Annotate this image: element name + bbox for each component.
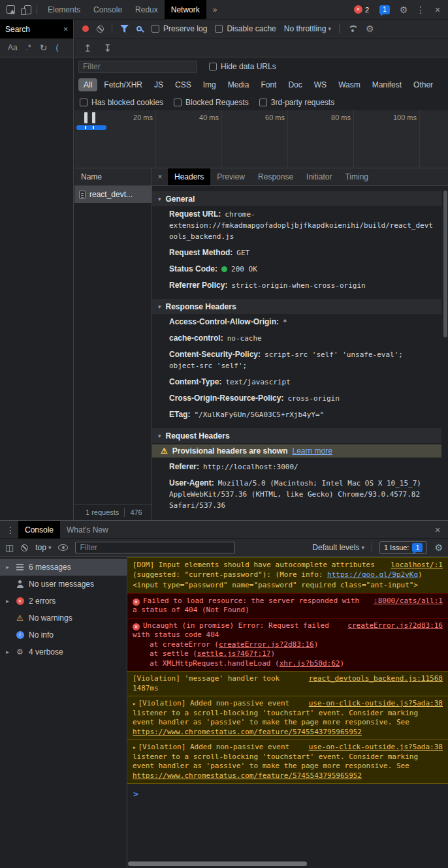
checkbox-icon[interactable] — [152, 25, 159, 33]
devtools-menu-button[interactable]: ⋮ — [413, 1, 428, 18]
console-message-violation-passive-1[interactable]: use-on-click-outside.js?5ada:38 ▸[Violat… — [127, 696, 448, 740]
filter-pill-other[interactable]: Other — [408, 78, 438, 91]
expand-triangle-icon[interactable]: ▸ — [4, 598, 11, 604]
console-filter-input[interactable] — [75, 542, 235, 553]
network-overview-timeline[interactable]: 20 ms 40 ms 60 ms 80 ms 100 ms — [74, 110, 448, 168]
settings-button[interactable]: ⚙ — [396, 1, 411, 18]
refresh-icon[interactable]: ↻ — [40, 43, 48, 52]
close-devtools-button[interactable]: × — [430, 1, 445, 18]
live-expression-eye-icon[interactable] — [58, 544, 68, 551]
tab-initiator[interactable]: Initiator — [300, 168, 338, 185]
filter-pill-fetch-xhr[interactable]: Fetch/XHR — [99, 78, 148, 91]
drawer-tab-console[interactable]: Console — [18, 521, 60, 538]
checkbox-icon[interactable] — [80, 99, 88, 106]
message-source-link[interactable]: react_devtools_backend.js:11568 — [309, 674, 443, 684]
filter-pill-all[interactable]: All — [78, 78, 97, 91]
tab-preview[interactable]: Preview — [210, 168, 251, 185]
filter-pill-js[interactable]: JS — [149, 78, 168, 91]
tab-redux[interactable]: Redux — [129, 0, 165, 19]
filter-pill-ws[interactable]: WS — [309, 78, 332, 91]
sidebar-item-errors[interactable]: ▸ 2 errors — [0, 593, 127, 610]
record-network-log-icon[interactable] — [82, 25, 89, 32]
hide-data-urls-checkbox[interactable]: Hide data URLs — [209, 62, 276, 71]
tab-headers[interactable]: Headers — [168, 168, 210, 185]
message-url-link[interactable]: https://goo.gl/9p2vKq — [327, 570, 418, 579]
expand-triangle-icon[interactable]: ▸ — [133, 700, 136, 707]
clear-network-log-icon[interactable] — [97, 25, 104, 33]
issues-counter-button[interactable]: 1 Issue: 1 — [379, 541, 428, 554]
has-blocked-cookies-checkbox[interactable]: Has blocked cookies — [80, 98, 163, 107]
message-source-link[interactable]: use-on-click-outside.js?5ada:38 — [309, 699, 443, 709]
tab-timing[interactable]: Timing — [338, 168, 375, 185]
details-scrollbar[interactable] — [442, 187, 448, 520]
match-case-button[interactable]: Aa — [8, 43, 18, 52]
checkbox-icon[interactable] — [215, 25, 223, 33]
sidebar-item-user-messages[interactable]: No user messages — [0, 576, 127, 593]
scrollbar-thumb[interactable] — [443, 191, 447, 337]
checkbox-icon[interactable] — [174, 99, 182, 106]
filter-pill-css[interactable]: CSS — [170, 78, 197, 91]
inspect-element-button[interactable] — [3, 1, 18, 18]
third-party-requests-checkbox[interactable]: 3rd-party requests — [259, 98, 334, 107]
network-settings-gear-icon[interactable]: ⚙ — [366, 24, 374, 33]
message-url-link[interactable]: https://www.chromestatus.com/feature/574… — [133, 728, 362, 736]
tab-console[interactable]: Console — [87, 0, 129, 19]
javascript-context-dropdown[interactable]: top ▾ — [35, 543, 51, 552]
message-source-link[interactable]: :8000/cats/all:1 — [374, 597, 443, 606]
sidebar-item-warnings[interactable]: ⚠ No warnings — [0, 610, 127, 627]
stack-link[interactable]: xhr.js?b50d:62 — [280, 659, 340, 668]
horizontal-scrollbar-thumb[interactable] — [128, 861, 307, 866]
learn-more-link[interactable]: Learn more — [293, 446, 332, 456]
network-filter-input[interactable] — [78, 61, 197, 73]
device-toolbar-button[interactable] — [20, 1, 35, 18]
search-icon[interactable] — [136, 26, 142, 31]
filter-pill-media[interactable]: Media — [223, 78, 255, 91]
close-drawer-button[interactable]: × — [430, 521, 445, 538]
tab-network[interactable]: Network — [165, 0, 206, 19]
filter-pill-manifest[interactable]: Manifest — [367, 78, 407, 91]
clear-console-icon[interactable] — [21, 544, 28, 551]
console-message-dom-warning[interactable]: localhost/:1 [DOM] Input elements should… — [127, 557, 448, 594]
message-url-link[interactable]: https://www.chromestatus.com/feature/574… — [133, 771, 362, 780]
blocked-requests-checkbox[interactable]: Blocked Requests — [174, 98, 249, 107]
sidebar-item-verbose[interactable]: ▸ ⚙ 4 verbose — [0, 643, 127, 660]
close-search-icon[interactable]: × — [63, 25, 68, 33]
console-settings-gear-icon[interactable]: ⚙ — [434, 543, 443, 552]
regex-button[interactable]: .* — [26, 43, 31, 52]
error-count-badge[interactable]: 2 — [354, 5, 369, 14]
message-source-link[interactable]: use-on-click-outside.js?5ada:38 — [309, 743, 443, 752]
tab-search[interactable]: Search × — [0, 20, 73, 39]
request-table-name-header[interactable]: Name — [74, 168, 152, 186]
throttling-dropdown[interactable]: No throttling ▾ — [284, 24, 331, 33]
stack-link[interactable]: createError.js?2d83:16 — [219, 640, 314, 649]
drawer-menu-button[interactable]: ⋮ — [3, 521, 18, 538]
message-source-link[interactable]: createError.js?2d83:16 — [347, 621, 443, 631]
expand-triangle-icon[interactable]: ▸ — [4, 564, 11, 570]
log-levels-dropdown[interactable]: Default levels ▾ — [312, 543, 364, 552]
section-general[interactable]: ▾ General — [152, 191, 441, 206]
filter-pill-wasm[interactable]: Wasm — [333, 78, 366, 91]
filter-funnel-icon[interactable] — [120, 25, 129, 33]
expand-triangle-icon[interactable]: ▸ — [133, 744, 136, 751]
checkbox-icon[interactable] — [259, 99, 267, 106]
request-row-selected[interactable]: react_devt... — [74, 186, 152, 203]
stack-link[interactable]: settle.js?467f:17 — [197, 649, 271, 658]
import-har-icon[interactable]: ↥ — [84, 43, 92, 53]
issues-count-badge[interactable]: 1 — [379, 5, 390, 14]
filter-pill-img[interactable]: Img — [198, 78, 221, 91]
sidebar-item-info[interactable]: No info — [0, 627, 127, 643]
console-sidebar-toggle-icon[interactable]: ◫ — [5, 543, 14, 552]
network-conditions-icon[interactable] — [347, 25, 358, 33]
expand-triangle-icon[interactable]: ▸ — [4, 649, 11, 655]
preserve-log-checkbox[interactable]: Preserve log — [152, 24, 207, 33]
close-details-button[interactable]: × — [152, 173, 168, 181]
disable-cache-checkbox[interactable]: Disable cache — [215, 24, 276, 33]
console-message-violation-handler[interactable]: react_devtools_backend.js:11568 [Violati… — [127, 671, 448, 696]
export-har-icon[interactable]: ↧ — [104, 43, 112, 53]
more-panels-button[interactable]: » — [206, 0, 224, 19]
section-request-headers[interactable]: ▾ Request Headers — [152, 428, 441, 443]
filter-pill-doc[interactable]: Doc — [283, 78, 307, 91]
console-message-uncaught-error[interactable]: createError.js?2d83:16 Uncaught (in prom… — [127, 618, 448, 672]
sidebar-item-all-messages[interactable]: ▸ 6 messages — [0, 559, 127, 576]
console-message-violation-passive-2[interactable]: use-on-click-outside.js?5ada:38 ▸[Violat… — [127, 739, 448, 784]
